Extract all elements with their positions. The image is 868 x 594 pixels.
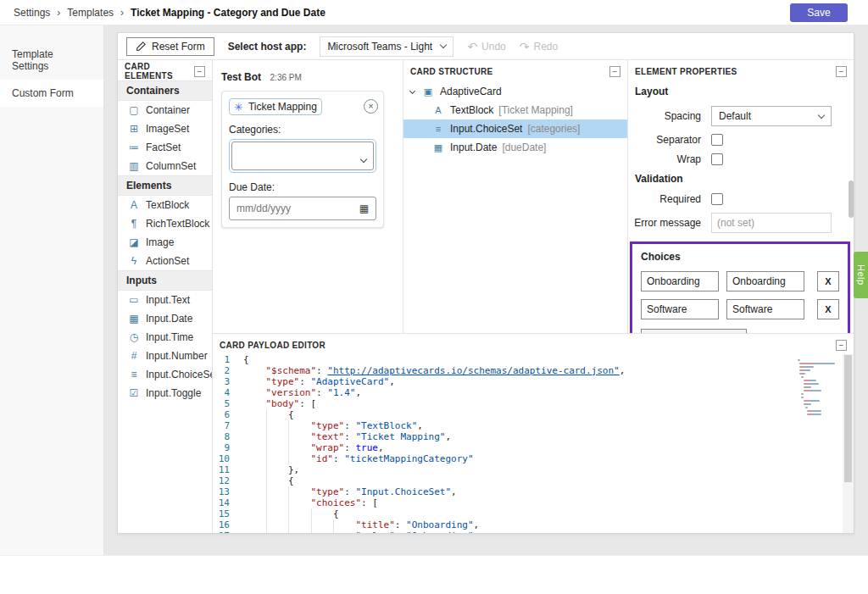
choice-title-input[interactable] <box>641 299 719 319</box>
sidebar-item-custom-form[interactable]: Custom Form <box>0 80 103 107</box>
element-properties-header: ELEMENT PROPERTIES − <box>628 60 854 80</box>
code-line[interactable]: 16 "title": "Onboarding", <box>213 519 854 530</box>
code-line[interactable]: 12 { <box>213 475 854 486</box>
toolbox-item-input-choiceset[interactable]: ≡Input.ChoiceSet <box>118 365 212 384</box>
undo-button[interactable]: ↶ Undo <box>467 41 505 53</box>
toolbox-item-factset[interactable]: ≔FactSet <box>118 138 212 157</box>
code-line[interactable]: 10 "id": "ticketMappingCategory" <box>213 453 854 464</box>
sidebar-item-template-settings[interactable]: Template Settings <box>0 41 103 80</box>
toolbox-item-label: Input.ChoiceSet <box>146 369 213 380</box>
breadcrumb-separator-icon: › <box>57 7 60 19</box>
code-line[interactable]: 7 "type": "TextBlock", <box>213 420 854 431</box>
tree-node-input-choiceset[interactable]: ≡Input.ChoiceSet[categories] <box>403 119 627 138</box>
code-line[interactable]: 4 "version": "1.4", <box>213 387 854 398</box>
minimap-line <box>807 414 821 415</box>
tree-node-input-date[interactable]: ▦Input.Date[dueDate] <box>403 138 627 157</box>
left-sidebar: Template SettingsCustom Form <box>0 25 104 555</box>
expand-chevron-icon[interactable] <box>409 87 415 93</box>
toolbox-item-input-date[interactable]: ▦Input.Date <box>118 309 212 328</box>
toolbox-item-label: ImageSet <box>146 123 189 135</box>
choice-row: X <box>641 299 839 319</box>
breadcrumb-item-settings[interactable]: Settings <box>14 7 50 19</box>
code-text: "title": "Onboarding", <box>243 519 479 530</box>
remove-element-button[interactable]: × <box>364 99 378 114</box>
code-line[interactable]: 5 "body": [ <box>213 398 854 409</box>
collapse-panel-icon[interactable]: − <box>836 66 847 77</box>
categories-select[interactable] <box>231 142 374 170</box>
input-number-icon: # <box>128 350 140 362</box>
collapse-panel-icon[interactable]: − <box>609 66 620 77</box>
toolbox-item-input-toggle[interactable]: ☑Input.Toggle <box>118 384 212 402</box>
code-text: "version": "1.4", <box>243 387 361 398</box>
remove-choice-button[interactable]: X <box>817 299 839 319</box>
properties-scrollbar[interactable] <box>849 180 854 218</box>
choice-row: X <box>641 271 839 291</box>
redo-button[interactable]: ↷ Redo <box>520 41 558 53</box>
code-line[interactable]: 14 "choices": [ <box>213 497 854 508</box>
due-date-input[interactable]: mm/dd/yyyy ▦ <box>229 197 376 220</box>
code-line[interactable]: 9 "wrap": true, <box>213 442 854 453</box>
code-line[interactable]: 6 { <box>213 409 854 420</box>
help-button[interactable]: Help <box>854 252 868 298</box>
error-message-input[interactable] <box>711 213 832 233</box>
minimap[interactable] <box>796 358 838 417</box>
toolbox-item-container[interactable]: ▢Container <box>118 101 212 119</box>
line-number: 6 <box>213 409 243 420</box>
choices-rows: XX <box>641 271 839 319</box>
choice-value-input[interactable] <box>726 299 804 319</box>
toolbox-item-input-text[interactable]: ▭Input.Text <box>118 291 212 309</box>
undo-icon: ↶ <box>467 41 477 53</box>
validation-section-title: Validation <box>635 173 845 185</box>
code-line[interactable]: 17 "value": "Onboarding", <box>213 530 854 533</box>
code-editor[interactable]: 1{2 "$schema": "http://adaptivecards.io/… <box>213 354 854 533</box>
separator-checkbox[interactable] <box>711 134 723 146</box>
tree-node-adaptivecard[interactable]: ▣AdaptiveCard <box>403 82 627 101</box>
toolbox-item-input-number[interactable]: #Input.Number <box>118 347 212 365</box>
code-line[interactable]: 3 "type": "AdaptiveCard", <box>213 376 854 387</box>
collapse-panel-icon[interactable]: − <box>194 66 205 77</box>
required-row: Required <box>633 193 845 205</box>
toolbox-item-textblock[interactable]: ATextBlock <box>118 196 212 214</box>
card-payload-editor-header: CARD PAYLOAD EDITOR − <box>213 334 854 354</box>
spacing-label: Spacing <box>633 110 711 122</box>
code-line[interactable]: 13 "type": "Input.ChoiceSet", <box>213 486 854 497</box>
remove-choice-button[interactable]: X <box>817 271 839 291</box>
toolbox-item-label: Image <box>146 236 174 248</box>
line-number: 8 <box>213 431 243 442</box>
date-placeholder: mm/dd/yyyy <box>236 203 291 214</box>
save-button[interactable]: Save <box>790 3 848 22</box>
tree-node-textblock[interactable]: ATextBlock[Ticket Mapping] <box>403 101 627 119</box>
input-time-icon: ◷ <box>128 331 140 343</box>
toolbox-item-label: ActionSet <box>146 255 189 267</box>
required-checkbox[interactable] <box>711 193 723 205</box>
host-app-select[interactable]: Microsoft Teams - Light <box>320 36 453 57</box>
editor-scrollbar[interactable] <box>843 354 854 533</box>
toolbox-item-image[interactable]: ◪Image <box>118 233 212 252</box>
topbar: Settings›Templates›Ticket Mapping - Cate… <box>0 0 868 25</box>
reset-form-button[interactable]: Reset Form <box>126 37 214 56</box>
spacing-select[interactable]: Default <box>711 106 832 126</box>
toolbox-item-richtextblock[interactable]: ¶RichTextBlock <box>118 214 212 233</box>
wrap-checkbox[interactable] <box>711 153 723 165</box>
choice-title-input[interactable] <box>641 271 719 291</box>
code-line[interactable]: 2 "$schema": "http://adaptivecards.io/sc… <box>213 365 854 376</box>
host-app-value: Microsoft Teams - Light <box>327 41 432 53</box>
collapse-panel-icon[interactable]: − <box>836 340 847 351</box>
code-line[interactable]: 1{ <box>213 354 854 365</box>
tree-node-meta: [dueDate] <box>502 142 546 153</box>
code-line[interactable]: 15 { <box>213 508 854 519</box>
toolbox-item-columnset[interactable]: ▥ColumnSet <box>118 157 212 175</box>
scrollbar-thumb[interactable] <box>844 355 852 482</box>
card-elements-list: Containers▢Container⊞ImageSet≔FactSet▥Co… <box>118 80 212 402</box>
code-text: "type": "Input.ChoiceSet", <box>243 486 457 497</box>
toolbox-item-label: ColumnSet <box>146 160 196 172</box>
toolbox-item-imageset[interactable]: ⊞ImageSet <box>118 119 212 138</box>
card-elements-header: CARD ELEMENTS − <box>118 60 212 80</box>
toolbox-item-actionset[interactable]: ϟActionSet <box>118 252 212 270</box>
toolbox-item-input-time[interactable]: ◷Input.Time <box>118 328 212 347</box>
breadcrumb-item-templates[interactable]: Templates <box>67 7 114 19</box>
textblock-element[interactable]: ✳ Ticket Mapping <box>229 98 322 115</box>
choice-value-input[interactable] <box>726 271 804 291</box>
code-line[interactable]: 8 "text": "Ticket Mapping", <box>213 431 854 442</box>
code-line[interactable]: 11 }, <box>213 464 854 475</box>
